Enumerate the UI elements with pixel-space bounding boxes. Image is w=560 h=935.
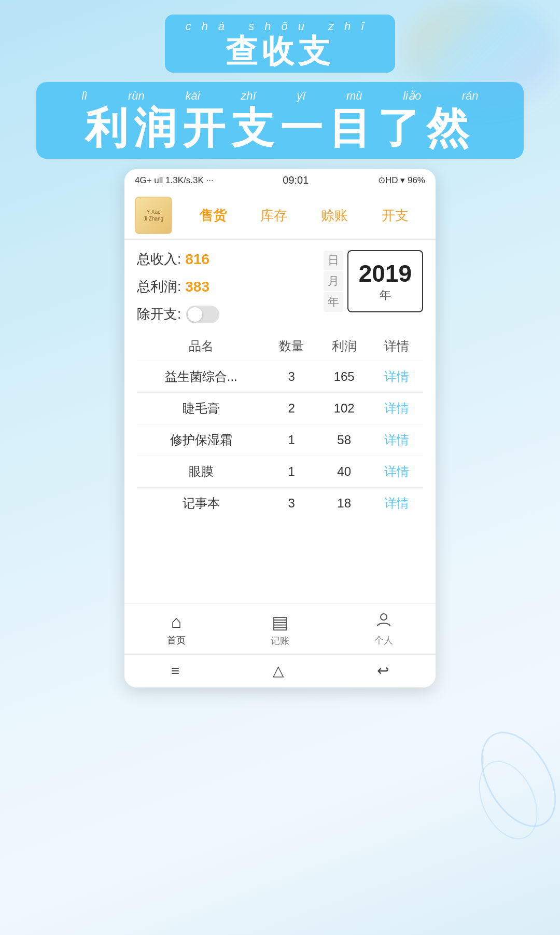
title-pinyin: chá shōu zhī (186, 20, 375, 33)
expense-toggle[interactable] (186, 306, 219, 323)
bottom-tab-bar: ⌂ 首页 ▤ 记账 个人 (124, 603, 436, 654)
col-header-qty: 数量 (265, 332, 318, 361)
cell-detail-2[interactable]: 详情 (370, 424, 423, 456)
total-profit-row: 总利润: 383 (137, 278, 324, 296)
cell-profit-0: 165 (318, 361, 371, 393)
cell-profit-4: 18 (318, 488, 371, 519)
title-badge: chá shōu zhī 查收支 (165, 15, 396, 73)
date-year-value: 2019 (359, 259, 412, 287)
nav-item-expense[interactable]: 开支 (377, 204, 413, 227)
date-mode-year[interactable]: 年 (324, 292, 343, 312)
phone-frame: 4G+ ull 1.3K/s.3K ··· 09:01 ⊙HD ▾ 96% Y … (124, 169, 436, 688)
date-mode-column: 日 月 年 (324, 251, 343, 312)
total-income-value: 816 (185, 251, 209, 268)
cell-profit-1: 102 (318, 393, 371, 424)
col-header-profit: 利润 (318, 332, 371, 361)
cell-detail-0[interactable]: 详情 (370, 361, 423, 393)
cell-name-2: 修护保湿霜 (137, 424, 265, 456)
col-header-name: 品名 (137, 332, 265, 361)
date-picker[interactable]: 日 月 年 2019 年 (324, 250, 423, 312)
total-profit-value: 383 (185, 279, 209, 295)
system-home-icon[interactable]: △ (273, 662, 284, 679)
date-mode-day[interactable]: 日 (324, 251, 343, 270)
table-row: 益生菌综合... 3 165 详情 (137, 361, 423, 393)
nav-item-inventory[interactable]: 库存 (256, 204, 291, 227)
status-right: ⊙HD ▾ 96% (378, 175, 425, 186)
cell-detail-4[interactable]: 详情 (370, 488, 423, 519)
cell-detail-1[interactable]: 详情 (370, 393, 423, 424)
profile-icon (375, 612, 392, 632)
app-header: Y XaoJi Zhang 售货 库存 赊账 开支 (124, 189, 436, 240)
cell-qty-3: 1 (265, 456, 318, 488)
date-year-label: 年 (380, 288, 391, 301)
expense-toggle-row: 除开支: (137, 305, 324, 323)
cell-qty-0: 3 (265, 361, 318, 393)
cell-qty-4: 3 (265, 488, 318, 519)
table-header-row: 品名 数量 利润 详情 (137, 332, 423, 361)
table-row: 眼膜 1 40 详情 (137, 456, 423, 488)
home-icon: ⌂ (171, 612, 182, 632)
cell-qty-2: 1 (265, 424, 318, 456)
svg-point-0 (381, 614, 387, 620)
cell-name-3: 眼膜 (137, 456, 265, 488)
system-back-icon[interactable]: ↩ (377, 662, 389, 679)
expense-toggle-label: 除开支: (137, 305, 181, 323)
cell-profit-3: 40 (318, 456, 371, 488)
nav-item-selling[interactable]: 售货 (195, 204, 231, 227)
status-time: 09:01 (283, 174, 309, 186)
table-row: 睫毛膏 2 102 详情 (137, 393, 423, 424)
summary-left: 总收入: 816 总利润: 383 除开支: (137, 250, 324, 323)
nav-item-credit[interactable]: 赊账 (317, 204, 352, 227)
tab-ledger-label: 记账 (271, 635, 289, 647)
tab-home[interactable]: ⌂ 首页 (151, 610, 201, 649)
cell-detail-3[interactable]: 详情 (370, 456, 423, 488)
total-income-row: 总收入: 816 (137, 250, 324, 268)
cell-name-0: 益生菌综合... (137, 361, 265, 393)
cell-name-1: 睫毛膏 (137, 393, 265, 424)
bg-rainbow-decoration (404, 0, 560, 104)
app-logo: Y XaoJi Zhang (135, 197, 172, 234)
app-navigation: 售货 库存 赊账 开支 (183, 204, 425, 227)
product-table: 品名 数量 利润 详情 益生菌综合... 3 165 详情 睫毛膏 2 102 … (137, 332, 423, 519)
summary-date-row: 总收入: 816 总利润: 383 除开支: 日 月 年 (137, 250, 423, 323)
cell-profit-2: 58 (318, 424, 371, 456)
status-bar: 4G+ ull 1.3K/s.3K ··· 09:01 ⊙HD ▾ 96% (124, 169, 436, 189)
tab-profile-label: 个人 (374, 634, 393, 647)
system-nav-bar: ≡ △ ↩ (124, 654, 436, 688)
cell-name-4: 记事本 (137, 488, 265, 519)
tab-home-label: 首页 (167, 634, 186, 647)
tab-profile[interactable]: 个人 (359, 610, 409, 649)
ledger-icon: ▤ (272, 612, 288, 632)
table-row: 记事本 3 18 详情 (137, 488, 423, 519)
table-row: 修护保湿霜 1 58 详情 (137, 424, 423, 456)
subtitle-chinese: 利润开支一目了然 (61, 105, 499, 152)
date-mode-month[interactable]: 月 (324, 271, 343, 291)
total-income-label: 总收入: (137, 250, 181, 268)
date-year-box[interactable]: 2019 年 (347, 250, 423, 312)
cell-qty-1: 2 (265, 393, 318, 424)
tab-ledger[interactable]: ▤ 记账 (255, 610, 305, 649)
status-left: 4G+ ull 1.3K/s.3K ··· (135, 175, 214, 186)
system-menu-icon[interactable]: ≡ (171, 663, 179, 679)
title-chinese: 查收支 (186, 35, 375, 67)
content-area: 总收入: 816 总利润: 383 除开支: 日 月 年 (124, 240, 436, 603)
col-header-detail: 详情 (370, 332, 423, 361)
total-profit-label: 总利润: (137, 278, 181, 296)
